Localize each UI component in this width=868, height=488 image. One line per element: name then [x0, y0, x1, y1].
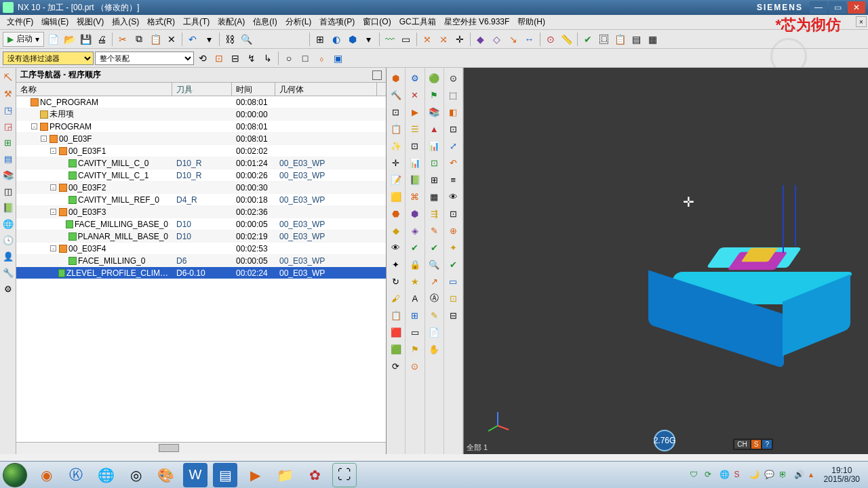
- close-button[interactable]: ✕: [848, 1, 865, 14]
- menu-gc-toolbox[interactable]: GC工具箱: [395, 16, 440, 28]
- pencil-button[interactable]: ✎: [427, 308, 441, 323]
- clock-icon[interactable]: 🕓: [1, 233, 15, 247]
- table-row[interactable]: 未用项00:00:00: [16, 108, 386, 121]
- tray-sync-icon[interactable]: ⟳: [705, 470, 715, 481]
- ops-2-button[interactable]: ⬣: [389, 206, 403, 221]
- approve-2-button[interactable]: ✔: [427, 240, 441, 255]
- ime-widget[interactable]: CH S ?: [733, 439, 773, 450]
- approve-button[interactable]: ✔: [408, 240, 422, 255]
- table-row[interactable]: -PROGRAM00:08:01: [16, 121, 386, 133]
- hdr-button[interactable]: ◫: [1, 184, 15, 198]
- edit-object-button[interactable]: 📝: [389, 172, 403, 187]
- list-tp-button[interactable]: ☰: [408, 121, 422, 136]
- filter-toggle-button[interactable]: ⟲: [195, 51, 210, 66]
- pin-button[interactable]: [372, 70, 382, 80]
- curve-button[interactable]: 〰: [382, 32, 397, 47]
- shop-floor-button[interactable]: 📗: [408, 172, 422, 187]
- solid-button[interactable]: ⬢: [345, 32, 360, 47]
- assembly-scope-select[interactable]: 整个装配: [95, 52, 194, 65]
- geometry-view-button[interactable]: ◳: [1, 103, 15, 117]
- tray-chat-icon[interactable]: 💬: [764, 470, 775, 481]
- reuse-lib-button[interactable]: 📚: [1, 168, 15, 182]
- copy-button[interactable]: ⧉: [132, 32, 146, 47]
- expand-toggle[interactable]: -: [41, 136, 47, 142]
- taskbar-wps-icon[interactable]: W: [183, 463, 208, 487]
- red-cube-button[interactable]: 🟥: [389, 325, 403, 340]
- graphics-viewport[interactable]: ✛ 2.76G CH S ? 全部 1: [464, 68, 868, 454]
- taskbar-nx-icon[interactable]: ⛶: [332, 463, 357, 487]
- tray-shield-icon[interactable]: 🛡: [690, 470, 701, 481]
- shop-doc-button[interactable]: 📋: [613, 32, 628, 47]
- layer-v-button[interactable]: ≡: [446, 172, 460, 187]
- lock-button[interactable]: 🔒: [408, 257, 422, 272]
- menu-help[interactable]: 帮助(H): [513, 16, 549, 28]
- table-row[interactable]: CAVITY_MILL_C_0D10_R00:01:2400_E03_WP: [16, 157, 386, 169]
- taskbar-explorer-icon[interactable]: 📁: [273, 463, 297, 487]
- expand-toggle[interactable]: -: [50, 148, 56, 154]
- cycle-button[interactable]: ⟳: [389, 359, 403, 373]
- table-row[interactable]: -00_E03F00:08:01: [16, 133, 386, 145]
- pointer-button[interactable]: ↗: [427, 274, 441, 289]
- expand-toggle[interactable]: -: [50, 209, 56, 215]
- delete-button[interactable]: ✕: [164, 32, 179, 47]
- wire-button[interactable]: ⊡: [446, 121, 460, 136]
- paste-button[interactable]: 📋: [148, 32, 163, 47]
- body-button[interactable]: ◐: [329, 32, 344, 47]
- menu-edit[interactable]: 编辑(E): [37, 16, 73, 28]
- purple-button[interactable]: ⬢: [408, 206, 422, 221]
- hand-button[interactable]: ✋: [427, 342, 441, 357]
- table-row[interactable]: -00_E03F100:02:02: [16, 145, 386, 157]
- tool-button[interactable]: ✎: [427, 223, 441, 238]
- table-row[interactable]: PLANAR_MILL_BASE_0D1000:02:1900_E03_WP: [16, 230, 386, 243]
- generate-tp-button[interactable]: ⚙: [408, 70, 422, 85]
- edit-2-button[interactable]: 📋: [389, 308, 403, 323]
- snap-mid-button[interactable]: ↔: [522, 32, 537, 47]
- expand-toggle[interactable]: -: [50, 184, 56, 190]
- assembly-nav-button[interactable]: ⊞: [1, 136, 15, 149]
- minimize-button[interactable]: —: [810, 1, 827, 14]
- sel-circle-button[interactable]: ○: [281, 51, 296, 66]
- csys-button[interactable]: ✛: [452, 32, 467, 47]
- scroll-thumb[interactable]: [159, 444, 179, 452]
- table-row[interactable]: -00_E03F200:00:30: [16, 182, 386, 194]
- undo-dropdown-icon[interactable]: ▾: [201, 32, 216, 47]
- misc-button[interactable]: ⊡: [446, 291, 460, 306]
- new-file-button[interactable]: 📄: [45, 32, 60, 47]
- mt-sim-button[interactable]: ⊡: [408, 138, 422, 153]
- mirror-button[interactable]: ▲: [427, 121, 441, 136]
- table-row[interactable]: ZLEVEL_PROFILE_CLIM…D6-0.1000:02:2400_E0…: [16, 267, 386, 279]
- go-button[interactable]: 🟢: [427, 70, 441, 85]
- taskbar-app-1-icon[interactable]: ◉: [34, 463, 58, 487]
- attr-filter-button[interactable]: ↳: [260, 51, 275, 66]
- open-file-button[interactable]: 📂: [62, 32, 77, 47]
- post-process-button[interactable]: 📊: [408, 155, 422, 170]
- hide-button[interactable]: 👁: [446, 189, 460, 204]
- wcs-origin-button[interactable]: ⤨: [436, 32, 451, 47]
- tray-antivirus-icon[interactable]: ⛨: [779, 470, 790, 481]
- rect-button[interactable]: ▭: [399, 32, 414, 47]
- box-button[interactable]: ⊡: [427, 155, 441, 170]
- table-row[interactable]: -00_E03F400:02:53: [16, 243, 386, 255]
- purple-2-button[interactable]: ◈: [408, 223, 422, 238]
- taskbar-app-5-icon[interactable]: ✿: [302, 463, 327, 487]
- print-button[interactable]: 🖨: [94, 32, 109, 47]
- color-filter-button[interactable]: ↯: [244, 51, 259, 66]
- delete-tp-button[interactable]: ✕: [408, 87, 422, 102]
- taskbar-app-2-icon[interactable]: Ⓚ: [64, 463, 88, 487]
- yellow-flag-button[interactable]: ⚑: [408, 342, 422, 357]
- menu-file[interactable]: 文件(F): [3, 16, 37, 28]
- table-row[interactable]: CAVITY_MILL_C_1D10_R00:00:2600_E03_WP: [16, 169, 386, 182]
- layer-filter-button[interactable]: ⊟: [228, 51, 243, 66]
- menu-plugin[interactable]: 星空外挂 V6.933F: [440, 16, 514, 28]
- fit-button[interactable]: ⤢: [446, 138, 460, 153]
- sel-cube-button[interactable]: ▣: [330, 51, 345, 66]
- blue-button[interactable]: ⊞: [408, 308, 422, 323]
- menu-prefs[interactable]: 首选项(P): [315, 16, 359, 28]
- taskbar-clock[interactable]: 19:10 2015/8/30: [824, 466, 860, 484]
- create-operation-button[interactable]: ✨: [389, 138, 403, 153]
- paint-button[interactable]: 🖌: [389, 291, 403, 306]
- history-button[interactable]: 📗: [1, 201, 15, 214]
- col-name[interactable]: 名称: [16, 83, 172, 96]
- cube-w-button[interactable]: ⬚: [446, 87, 460, 102]
- star-2-button[interactable]: ✦: [446, 240, 460, 255]
